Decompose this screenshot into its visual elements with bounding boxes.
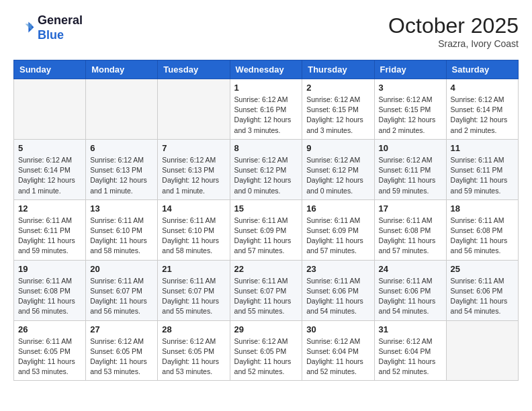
logo-text: General Blue [38, 13, 83, 42]
day-info: Sunrise: 6:11 AM Sunset: 6:10 PM Dayligh… [162, 216, 225, 257]
day-number: 16 [306, 203, 369, 214]
calendar-table: SundayMondayTuesdayWednesdayThursdayFrid… [13, 60, 519, 381]
calendar-cell [86, 79, 158, 140]
calendar-cell: 29Sunrise: 6:12 AM Sunset: 6:05 PM Dayli… [230, 320, 302, 381]
day-number: 14 [162, 203, 225, 214]
day-number: 29 [234, 324, 298, 334]
day-info: Sunrise: 6:12 AM Sunset: 6:11 PM Dayligh… [379, 155, 442, 196]
day-number: 23 [306, 264, 369, 274]
day-number: 5 [18, 143, 81, 153]
day-info: Sunrise: 6:12 AM Sunset: 6:14 PM Dayligh… [18, 155, 81, 196]
day-info: Sunrise: 6:11 AM Sunset: 6:10 PM Dayligh… [90, 216, 153, 257]
calendar-cell: 22Sunrise: 6:11 AM Sunset: 6:07 PM Dayli… [230, 260, 302, 320]
day-info: Sunrise: 6:11 AM Sunset: 6:11 PM Dayligh… [18, 216, 81, 257]
calendar-cell: 2Sunrise: 6:12 AM Sunset: 6:15 PM Daylig… [302, 79, 374, 140]
day-info: Sunrise: 6:11 AM Sunset: 6:07 PM Dayligh… [162, 276, 225, 317]
day-number: 25 [451, 264, 514, 274]
calendar-cell: 19Sunrise: 6:11 AM Sunset: 6:08 PM Dayli… [14, 260, 86, 320]
day-info: Sunrise: 6:12 AM Sunset: 6:13 PM Dayligh… [162, 155, 225, 196]
day-number: 11 [451, 143, 514, 153]
day-info: Sunrise: 6:11 AM Sunset: 6:07 PM Dayligh… [234, 276, 298, 317]
calendar-cell: 7Sunrise: 6:12 AM Sunset: 6:13 PM Daylig… [158, 139, 230, 199]
calendar-cell [14, 79, 86, 140]
calendar-cell [446, 320, 518, 381]
calendar-cell: 10Sunrise: 6:12 AM Sunset: 6:11 PM Dayli… [374, 139, 446, 199]
day-info: Sunrise: 6:11 AM Sunset: 6:06 PM Dayligh… [379, 276, 442, 317]
page-header: General Blue October 2025 Srazra, Ivory … [13, 13, 519, 49]
day-number: 6 [90, 143, 153, 153]
weekday-header: Thursday [302, 60, 374, 79]
day-number: 4 [451, 83, 514, 93]
calendar-cell: 28Sunrise: 6:12 AM Sunset: 6:05 PM Dayli… [158, 320, 230, 381]
day-number: 3 [379, 83, 442, 93]
calendar-cell: 23Sunrise: 6:11 AM Sunset: 6:06 PM Dayli… [302, 260, 374, 320]
calendar-week-row: 26Sunrise: 6:11 AM Sunset: 6:05 PM Dayli… [14, 320, 519, 381]
calendar-cell: 9Sunrise: 6:12 AM Sunset: 6:12 PM Daylig… [302, 139, 374, 199]
day-number: 22 [234, 264, 298, 274]
calendar-week-row: 1Sunrise: 6:12 AM Sunset: 6:16 PM Daylig… [14, 79, 519, 140]
day-info: Sunrise: 6:12 AM Sunset: 6:12 PM Dayligh… [234, 155, 298, 196]
calendar-cell: 15Sunrise: 6:11 AM Sunset: 6:09 PM Dayli… [230, 199, 302, 260]
day-info: Sunrise: 6:12 AM Sunset: 6:05 PM Dayligh… [90, 336, 153, 377]
calendar-cell: 8Sunrise: 6:12 AM Sunset: 6:12 PM Daylig… [230, 139, 302, 199]
calendar-week-row: 5Sunrise: 6:12 AM Sunset: 6:14 PM Daylig… [14, 139, 519, 199]
day-number: 24 [379, 264, 442, 274]
calendar-cell: 27Sunrise: 6:12 AM Sunset: 6:05 PM Dayli… [86, 320, 158, 381]
calendar-cell: 21Sunrise: 6:11 AM Sunset: 6:07 PM Dayli… [158, 260, 230, 320]
day-info: Sunrise: 6:12 AM Sunset: 6:12 PM Dayligh… [306, 155, 369, 196]
day-info: Sunrise: 6:11 AM Sunset: 6:08 PM Dayligh… [451, 216, 514, 257]
day-info: Sunrise: 6:12 AM Sunset: 6:05 PM Dayligh… [234, 336, 298, 377]
day-info: Sunrise: 6:11 AM Sunset: 6:06 PM Dayligh… [306, 276, 369, 317]
weekday-header: Friday [374, 60, 446, 79]
calendar-cell: 11Sunrise: 6:11 AM Sunset: 6:11 PM Dayli… [446, 139, 518, 199]
day-info: Sunrise: 6:11 AM Sunset: 6:09 PM Dayligh… [306, 216, 369, 257]
day-number: 31 [379, 324, 442, 334]
month-title: October 2025 [388, 13, 519, 38]
day-info: Sunrise: 6:11 AM Sunset: 6:11 PM Dayligh… [451, 155, 514, 196]
day-number: 21 [162, 264, 225, 274]
calendar-header: SundayMondayTuesdayWednesdayThursdayFrid… [14, 60, 519, 79]
calendar-cell: 17Sunrise: 6:11 AM Sunset: 6:08 PM Dayli… [374, 199, 446, 260]
weekday-header: Tuesday [158, 60, 230, 79]
calendar-cell: 20Sunrise: 6:11 AM Sunset: 6:07 PM Dayli… [86, 260, 158, 320]
calendar-week-row: 19Sunrise: 6:11 AM Sunset: 6:08 PM Dayli… [14, 260, 519, 320]
day-number: 19 [18, 264, 81, 274]
calendar-cell: 12Sunrise: 6:11 AM Sunset: 6:11 PM Dayli… [14, 199, 86, 260]
day-number: 26 [18, 324, 81, 334]
day-info: Sunrise: 6:12 AM Sunset: 6:14 PM Dayligh… [451, 95, 514, 136]
day-number: 1 [234, 83, 298, 93]
calendar-cell: 5Sunrise: 6:12 AM Sunset: 6:14 PM Daylig… [14, 139, 86, 199]
weekday-header: Sunday [14, 60, 86, 79]
day-number: 18 [451, 203, 514, 214]
calendar-cell: 3Sunrise: 6:12 AM Sunset: 6:15 PM Daylig… [374, 79, 446, 140]
day-number: 13 [90, 203, 153, 214]
day-info: Sunrise: 6:12 AM Sunset: 6:13 PM Dayligh… [90, 155, 153, 196]
day-info: Sunrise: 6:11 AM Sunset: 6:07 PM Dayligh… [90, 276, 153, 317]
calendar-cell: 16Sunrise: 6:11 AM Sunset: 6:09 PM Dayli… [302, 199, 374, 260]
weekday-header: Saturday [446, 60, 518, 79]
calendar-cell: 30Sunrise: 6:12 AM Sunset: 6:04 PM Dayli… [302, 320, 374, 381]
day-info: Sunrise: 6:12 AM Sunset: 6:04 PM Dayligh… [306, 336, 369, 377]
day-info: Sunrise: 6:11 AM Sunset: 6:06 PM Dayligh… [451, 276, 514, 317]
calendar-cell: 14Sunrise: 6:11 AM Sunset: 6:10 PM Dayli… [158, 199, 230, 260]
calendar-cell: 25Sunrise: 6:11 AM Sunset: 6:06 PM Dayli… [446, 260, 518, 320]
day-info: Sunrise: 6:12 AM Sunset: 6:04 PM Dayligh… [379, 336, 442, 377]
day-info: Sunrise: 6:11 AM Sunset: 6:09 PM Dayligh… [234, 216, 298, 257]
day-number: 20 [90, 264, 153, 274]
calendar-cell: 13Sunrise: 6:11 AM Sunset: 6:10 PM Dayli… [86, 199, 158, 260]
day-info: Sunrise: 6:12 AM Sunset: 6:05 PM Dayligh… [162, 336, 225, 377]
day-number: 30 [306, 324, 369, 334]
day-info: Sunrise: 6:12 AM Sunset: 6:16 PM Dayligh… [234, 95, 298, 136]
calendar-cell: 24Sunrise: 6:11 AM Sunset: 6:06 PM Dayli… [374, 260, 446, 320]
day-number: 17 [379, 203, 442, 214]
logo-icon [13, 17, 35, 39]
title-block: October 2025 Srazra, Ivory Coast [388, 13, 519, 49]
weekday-header: Wednesday [230, 60, 302, 79]
day-info: Sunrise: 6:11 AM Sunset: 6:08 PM Dayligh… [379, 216, 442, 257]
calendar-cell: 1Sunrise: 6:12 AM Sunset: 6:16 PM Daylig… [230, 79, 302, 140]
calendar-week-row: 12Sunrise: 6:11 AM Sunset: 6:11 PM Dayli… [14, 199, 519, 260]
day-number: 8 [234, 143, 298, 153]
day-info: Sunrise: 6:11 AM Sunset: 6:08 PM Dayligh… [18, 276, 81, 317]
day-number: 2 [306, 83, 369, 93]
calendar-cell: 26Sunrise: 6:11 AM Sunset: 6:05 PM Dayli… [14, 320, 86, 381]
